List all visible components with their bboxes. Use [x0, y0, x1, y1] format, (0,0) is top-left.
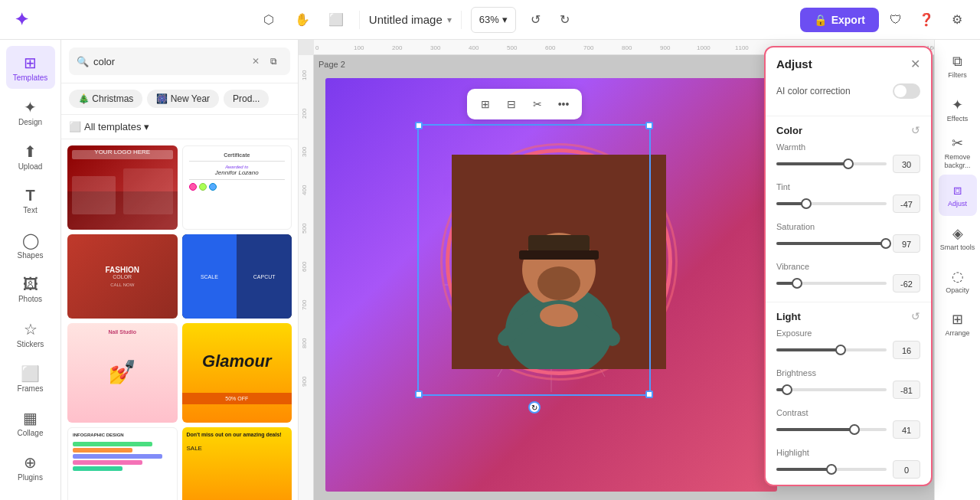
sidebar-item-shapes[interactable]: ◯ Shapes: [6, 224, 55, 266]
right-sidebar: ⧉ Filters ✦ Effects ✂ Remove backgr... ⧈…: [934, 40, 980, 500]
template-card[interactable]: FASHION COLOR CALL NOW: [67, 234, 178, 319]
sidebar-item-frames[interactable]: ⬜ Frames: [6, 357, 55, 400]
exposure-fill: [776, 348, 841, 351]
right-tool-arrange[interactable]: ⊞ Arrange: [939, 303, 977, 345]
hand-tool[interactable]: ✋: [289, 6, 316, 34]
template-card[interactable]: Don't miss out on our amazing deals! SAL…: [182, 427, 292, 500]
contrast-track[interactable]: [776, 428, 887, 431]
sidebar-item-photos[interactable]: 🖼 Photos: [6, 268, 55, 311]
export-label: Export: [831, 14, 865, 26]
vibrance-thumb[interactable]: [792, 278, 802, 289]
tint-label: Tint: [776, 182, 920, 191]
exposure-thumb[interactable]: [835, 345, 846, 355]
search-filter-icon[interactable]: ⧉: [264, 52, 283, 70]
exposure-slider-row: Exposure 16: [766, 325, 931, 365]
canvas-grid-button[interactable]: ⊞: [473, 92, 498, 116]
shield-icon[interactable]: 🛡: [882, 6, 910, 34]
highlight-track[interactable]: [776, 468, 887, 471]
highlight-thumb[interactable]: [826, 464, 837, 475]
exposure-control: 16: [776, 341, 920, 359]
right-tool-opacity[interactable]: ◌ Opacity: [939, 260, 977, 302]
saturation-track[interactable]: [776, 242, 887, 245]
brightness-track[interactable]: [776, 388, 887, 391]
template-card[interactable]: Glamour 50% OFF: [182, 323, 292, 423]
saturation-thumb[interactable]: [880, 238, 891, 249]
exposure-track[interactable]: [776, 348, 887, 351]
filters-icon: ⧉: [952, 54, 962, 70]
svg-text:1000: 1000: [697, 44, 710, 51]
settings-icon[interactable]: ⚙: [943, 6, 971, 34]
smart-tools-label: Smart tools: [940, 243, 975, 252]
vibrance-track[interactable]: [776, 282, 887, 285]
topbar: ✦ ⬡ ✋ ⬜ Untitled image ▾ 63% ▾ ↺ ↻ 🔒 Exp…: [0, 0, 980, 40]
highlight-label: Highlight: [776, 448, 920, 457]
vibrance-label: Vibrance: [776, 262, 920, 271]
svg-text:1100: 1100: [735, 44, 749, 51]
sidebar-item-text[interactable]: T Text: [6, 179, 55, 222]
canvas-copy-button[interactable]: ✂: [525, 92, 550, 116]
tint-slider-row: Tint -47: [766, 179, 931, 219]
search-box[interactable]: 🔍 ✕ ⧉: [69, 47, 290, 75]
template-card[interactable]: SCALE CAPCUT: [182, 234, 292, 319]
right-tool-remove-bg[interactable]: ✂ Remove backgr...: [939, 132, 977, 173]
undo-redo-group: ↺ ↻: [522, 6, 579, 34]
canvas-link-button[interactable]: ⊟: [499, 92, 524, 116]
frames-label: Frames: [18, 384, 44, 393]
light-reset-button[interactable]: ↺: [911, 310, 920, 322]
vibrance-slider-row: Vibrance -62: [766, 259, 931, 299]
brightness-thumb[interactable]: [782, 384, 792, 395]
right-tool-adjust[interactable]: ⧈ Adjust: [939, 175, 977, 216]
right-tool-filters[interactable]: ⧉ Filters: [939, 46, 977, 87]
saturation-control: 97: [776, 234, 920, 253]
canvas-more-button[interactable]: •••: [551, 92, 576, 116]
adjust-panel-header: Adjust ✕: [766, 47, 931, 77]
topbar-actions: 🔒 Export 🛡 ❓ ⚙: [800, 6, 971, 34]
template-card[interactable]: YOUR LOGO HERE: [67, 145, 178, 230]
sidebar-item-templates[interactable]: ⊞ Templates: [6, 46, 55, 89]
adjust-label: Adjust: [948, 200, 967, 208]
light-section-title: Light: [776, 311, 801, 322]
export-button[interactable]: 🔒 Export: [800, 8, 879, 32]
export-icon: 🔒: [814, 14, 827, 26]
tint-value: -47: [893, 194, 920, 213]
zoom-control[interactable]: 63% ▾: [471, 7, 516, 33]
color-reset-button[interactable]: ↺: [911, 124, 920, 136]
warmth-thumb[interactable]: [843, 158, 854, 169]
contrast-thumb[interactable]: [849, 424, 860, 435]
redo-button[interactable]: ↻: [551, 6, 579, 34]
zoom-value: 63%: [479, 14, 499, 25]
exposure-label: Exposure: [776, 328, 920, 338]
sidebar-item-plugins[interactable]: ⊕ Plugins: [6, 446, 55, 489]
template-card[interactable]: Nail Studio 💅: [67, 323, 178, 423]
tint-track[interactable]: [776, 202, 887, 205]
doc-title-chevron[interactable]: ▾: [447, 15, 452, 25]
filter-all-templates[interactable]: ⬜ All templates ▾: [69, 121, 149, 132]
pages-tool[interactable]: ⬜: [322, 6, 350, 34]
tab-new-year[interactable]: 🎆 New Year: [147, 90, 219, 108]
contrast-slider-row: Contrast 41: [766, 405, 931, 445]
right-tool-effects[interactable]: ✦ Effects: [939, 89, 977, 130]
ai-correction-toggle[interactable]: [893, 83, 920, 99]
warmth-track[interactable]: [776, 162, 887, 165]
svg-point-43: [537, 266, 580, 300]
tab-products[interactable]: Prod...: [224, 90, 269, 108]
tint-thumb[interactable]: [801, 198, 812, 209]
sidebar-item-upload[interactable]: ⬆ Upload: [6, 135, 55, 178]
search-clear-button[interactable]: ✕: [252, 56, 260, 67]
tab-christmas[interactable]: 🎄 Christmas: [69, 90, 142, 108]
select-tool[interactable]: ⬡: [255, 6, 283, 34]
warmth-label: Warmth: [776, 142, 920, 152]
right-tool-smart[interactable]: ◈ Smart tools: [939, 217, 977, 259]
adjust-close-button[interactable]: ✕: [910, 57, 920, 71]
undo-button[interactable]: ↺: [522, 6, 550, 34]
person-element[interactable]: [452, 155, 666, 369]
sidebar-item-collage[interactable]: ▦ Collage: [6, 401, 55, 444]
template-card[interactable]: INFOGRAPHIC DESIGN: [67, 427, 178, 500]
saturation-label: Saturation: [776, 222, 920, 231]
sidebar-item-stickers[interactable]: ☆ Stickers: [6, 312, 55, 355]
template-card[interactable]: Certificate Awarded to Jennifor Lozano: [182, 145, 292, 230]
sidebar-item-design[interactable]: ✦ Design: [6, 90, 55, 133]
photos-icon: 🖼: [23, 276, 38, 293]
search-input[interactable]: [93, 56, 247, 67]
help-icon[interactable]: ❓: [913, 6, 940, 34]
